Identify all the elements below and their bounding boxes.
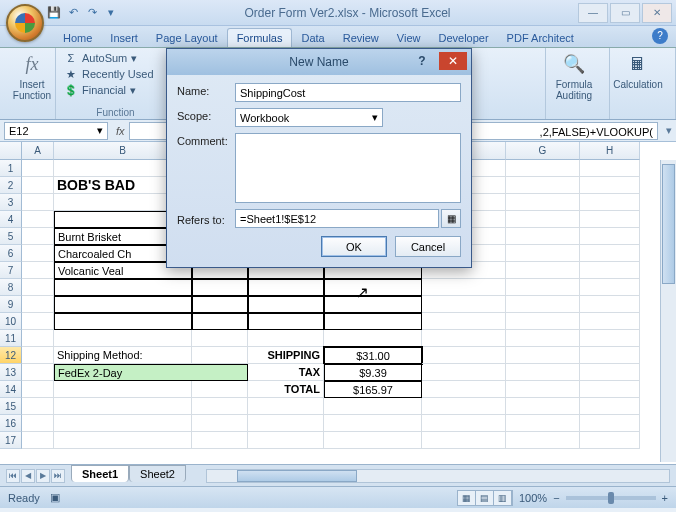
- office-button[interactable]: [6, 4, 44, 42]
- vscroll-thumb[interactable]: [662, 164, 675, 284]
- first-sheet-icon[interactable]: ⏮: [6, 469, 20, 483]
- cell-ship-method-value[interactable]: FedEx 2-Day: [54, 364, 248, 381]
- dialog-titlebar[interactable]: New Name ? ✕: [167, 49, 471, 75]
- row-9[interactable]: 9: [0, 296, 22, 313]
- chevron-down-icon[interactable]: ▾: [97, 124, 103, 137]
- cell-total-amount[interactable]: $165.97: [324, 381, 422, 398]
- name-box[interactable]: E12 ▾: [4, 122, 108, 140]
- horizontal-scrollbar[interactable]: [206, 469, 670, 483]
- cell-tax-amount[interactable]: $9.39: [324, 364, 422, 381]
- calculation-button[interactable]: 🖩 Calculation: [616, 52, 660, 90]
- cell-total-label[interactable]: TOTAL: [248, 381, 324, 398]
- tab-home[interactable]: Home: [54, 29, 101, 47]
- page-layout-view-icon[interactable]: ▤: [476, 491, 494, 505]
- refers-to-label: Refers to:: [177, 212, 235, 226]
- tab-pdf-architect[interactable]: PDF Architect: [498, 29, 583, 47]
- zoom-level[interactable]: 100%: [519, 492, 547, 504]
- autosum-button[interactable]: ΣAutoSum ▾: [62, 50, 169, 66]
- zoom-thumb[interactable]: [608, 492, 614, 504]
- zoom-in-icon[interactable]: +: [662, 492, 668, 504]
- formula-auditing-button[interactable]: 🔍 Formula Auditing: [552, 52, 596, 101]
- redo-icon[interactable]: ↷: [84, 5, 100, 21]
- next-sheet-icon[interactable]: ▶: [36, 469, 50, 483]
- row-8[interactable]: 8: [0, 279, 22, 296]
- normal-view-icon[interactable]: ▦: [458, 491, 476, 505]
- last-sheet-icon[interactable]: ⏭: [51, 469, 65, 483]
- select-all-corner[interactable]: [0, 142, 22, 160]
- name-input[interactable]: [235, 83, 461, 102]
- fx-button[interactable]: fx: [112, 125, 129, 137]
- col-A[interactable]: A: [22, 142, 54, 160]
- row-2[interactable]: 2: [0, 177, 22, 194]
- window-title: Order Form Ver2.xlsx - Microsoft Excel: [119, 6, 576, 20]
- prev-sheet-icon[interactable]: ◀: [21, 469, 35, 483]
- expand-formula-bar-icon[interactable]: ▾: [662, 124, 676, 137]
- row-14[interactable]: 14: [0, 381, 22, 398]
- tab-data[interactable]: Data: [292, 29, 333, 47]
- sheet-nav-arrows: ⏮ ◀ ▶ ⏭: [6, 469, 65, 483]
- row-5[interactable]: 5: [0, 228, 22, 245]
- qat-more-icon[interactable]: ▾: [103, 5, 119, 21]
- row-7[interactable]: 7: [0, 262, 22, 279]
- tab-view[interactable]: View: [388, 29, 430, 47]
- row-15[interactable]: 15: [0, 398, 22, 415]
- recently-used-button[interactable]: ★Recently Used: [62, 66, 169, 82]
- dialog-close-button[interactable]: ✕: [439, 52, 467, 70]
- ribbon-group-function-library: ΣAutoSum ▾ ★Recently Used 💲Financial ▾ F…: [56, 48, 176, 119]
- insert-function-button[interactable]: fx Insert Function: [10, 52, 54, 101]
- col-H[interactable]: H: [580, 142, 640, 160]
- zoom-slider[interactable]: [566, 496, 656, 500]
- refers-to-input[interactable]: [235, 209, 439, 228]
- row-6[interactable]: 6: [0, 245, 22, 262]
- window-controls: — ▭ ✕: [576, 3, 672, 23]
- tab-insert[interactable]: Insert: [101, 29, 147, 47]
- tab-page-layout[interactable]: Page Layout: [147, 29, 227, 47]
- minimize-button[interactable]: —: [578, 3, 608, 23]
- row-11[interactable]: 11: [0, 330, 22, 347]
- dialog-help-icon[interactable]: ?: [411, 52, 433, 70]
- cancel-button[interactable]: Cancel: [395, 236, 461, 257]
- close-button[interactable]: ✕: [642, 3, 672, 23]
- zoom-out-icon[interactable]: −: [553, 492, 559, 504]
- financial-button[interactable]: 💲Financial ▾: [62, 82, 169, 98]
- sheet-tab-bar: ⏮ ◀ ▶ ⏭ Sheet1 Sheet2: [0, 464, 676, 486]
- row-10[interactable]: 10: [0, 313, 22, 330]
- comment-textarea[interactable]: [235, 133, 461, 203]
- macro-record-icon[interactable]: ▣: [50, 491, 60, 504]
- cell-tax-label[interactable]: TAX: [248, 364, 324, 381]
- tab-formulas[interactable]: Formulas: [227, 28, 293, 47]
- formula-visible-tail: ,2,FALSE)+VLOOKUP(: [540, 123, 653, 140]
- row-1[interactable]: 1: [0, 160, 22, 177]
- new-name-dialog: New Name ? ✕ Name: Scope: Workbook ▾ Com…: [166, 48, 472, 268]
- scope-select[interactable]: Workbook ▾: [235, 108, 383, 127]
- collapse-dialog-icon[interactable]: ▦: [441, 209, 461, 228]
- ribbon-group-insert-function: fx Insert Function: [4, 48, 56, 119]
- col-G[interactable]: G: [506, 142, 580, 160]
- vertical-scrollbar[interactable]: [660, 160, 676, 462]
- sheet-tab-2[interactable]: Sheet2: [129, 465, 186, 482]
- cell-shipping-label[interactable]: SHIPPING: [248, 347, 324, 364]
- page-break-view-icon[interactable]: ▥: [494, 491, 512, 505]
- scope-label: Scope:: [177, 108, 235, 122]
- row-3[interactable]: 3: [0, 194, 22, 211]
- help-icon[interactable]: ?: [652, 28, 668, 44]
- row-4[interactable]: 4: [0, 211, 22, 228]
- autosum-label: AutoSum: [82, 52, 127, 64]
- tab-review[interactable]: Review: [334, 29, 388, 47]
- row-13[interactable]: 13: [0, 364, 22, 381]
- row-12[interactable]: 12: [0, 347, 22, 364]
- dialog-title: New Name: [289, 55, 348, 69]
- row-16[interactable]: 16: [0, 415, 22, 432]
- undo-icon[interactable]: ↶: [65, 5, 81, 21]
- hscroll-thumb[interactable]: [237, 470, 357, 482]
- maximize-button[interactable]: ▭: [610, 3, 640, 23]
- row-17[interactable]: 17: [0, 432, 22, 449]
- star-icon: ★: [64, 67, 78, 81]
- sheet-tab-1[interactable]: Sheet1: [71, 465, 129, 482]
- tab-developer[interactable]: Developer: [429, 29, 497, 47]
- insert-function-label: Insert Function: [13, 79, 51, 101]
- ok-button[interactable]: OK: [321, 236, 387, 257]
- cell-ship-method-label[interactable]: Shipping Method:: [54, 347, 192, 364]
- save-icon[interactable]: 💾: [46, 5, 62, 21]
- cell-shipping-amount[interactable]: $31.00: [324, 347, 422, 364]
